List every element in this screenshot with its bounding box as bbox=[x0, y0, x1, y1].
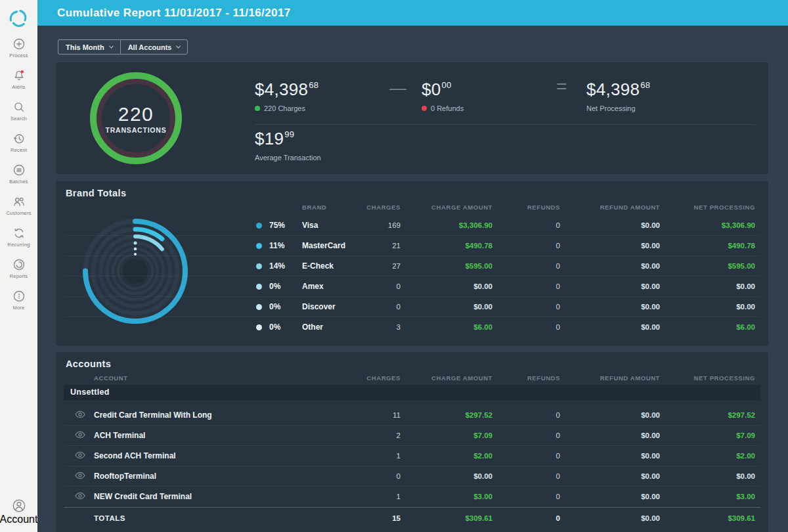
app-logo[interactable] bbox=[7, 7, 30, 30]
cell-refund-amount: $0.00 bbox=[641, 487, 660, 507]
sidebar-nav: Process Alerts Search Recent Batches Cus… bbox=[0, 37, 37, 321]
cell-refunds: 0 bbox=[556, 256, 560, 277]
period-filter-dropdown[interactable]: This Month bbox=[58, 39, 120, 55]
visibility-eye-icon[interactable] bbox=[74, 431, 85, 441]
account-name: RooftopTerminal bbox=[94, 466, 156, 487]
cell-charges: 0 bbox=[397, 466, 401, 487]
brand-percent: 11% bbox=[269, 236, 284, 256]
cell-refunds: 0 bbox=[556, 466, 560, 487]
cell-charge-amount: $309.61 bbox=[465, 507, 492, 530]
col-header-charges: CHARGES bbox=[366, 374, 401, 382]
sidebar-item-label: Customers bbox=[6, 210, 31, 216]
cell-charges: 11 bbox=[393, 405, 401, 426]
brand-name: E-Check bbox=[302, 256, 334, 277]
account-row: RooftopTerminal 0 $0.00 0 $0.00 $0.00 bbox=[56, 466, 768, 487]
page-title: Cumulative Report 11/01/2017 - 11/16/201… bbox=[37, 0, 788, 26]
cell-refund-amount: $0.00 bbox=[641, 215, 660, 236]
search-icon bbox=[12, 100, 26, 114]
visibility-eye-icon[interactable] bbox=[74, 492, 85, 502]
brand-name: Discover bbox=[302, 297, 336, 317]
visibility-eye-icon[interactable] bbox=[74, 472, 85, 481]
col-header-charge-amount: CHARGE AMOUNT bbox=[431, 204, 492, 211]
col-header-charges: CHARGES bbox=[366, 204, 401, 211]
cell-refunds: 0 bbox=[556, 236, 560, 256]
cell-refunds: 0 bbox=[556, 426, 560, 446]
sidebar-item-label: Account bbox=[0, 514, 37, 525]
donut-center-label: 220 TRANSACTIONS bbox=[87, 69, 185, 167]
period-filter-value: This Month bbox=[66, 43, 104, 51]
sidebar-item-batches[interactable]: Batches bbox=[0, 163, 37, 185]
cell-net-processing: $2.00 bbox=[736, 446, 755, 466]
col-header-refund-amount: REFUND AMOUNT bbox=[600, 204, 660, 211]
cell-net-processing: $7.09 bbox=[736, 426, 755, 446]
average-amount: $1999 bbox=[255, 129, 321, 149]
accounts-filter-value: All Accounts bbox=[128, 43, 172, 51]
summary-divider bbox=[255, 124, 755, 125]
sidebar-item-recent[interactable]: Recent bbox=[0, 131, 37, 153]
accounts-table-body: Credit Card Terminal With Long 11 $297.5… bbox=[56, 405, 768, 507]
charges-total-block: $4,39868 220 Charges bbox=[255, 79, 318, 112]
sidebar-item-alerts[interactable]: Alerts bbox=[0, 68, 37, 90]
cell-charges: 0 bbox=[397, 277, 401, 297]
cell-net-processing: $595.00 bbox=[728, 256, 755, 277]
brand-percent: 14% bbox=[269, 256, 285, 277]
sidebar-item-account[interactable]: Account bbox=[0, 498, 37, 525]
brand-table-body: 75% Visa 169 $3,306.90 0 $0.00 $3,306.90… bbox=[56, 215, 768, 338]
chevron-down-icon bbox=[109, 44, 114, 49]
group-header-unsettled: Unsettled bbox=[64, 385, 760, 400]
col-header-net-processing: NET PROCESSING bbox=[694, 374, 755, 382]
cell-charge-amount: $3.00 bbox=[473, 487, 492, 507]
main-content: This Month All Accounts 220 TRANSACTIONS bbox=[37, 26, 788, 532]
refunds-amount: $000 bbox=[422, 79, 464, 100]
visibility-eye-icon[interactable] bbox=[74, 410, 85, 420]
sidebar-item-more[interactable]: More bbox=[0, 289, 37, 311]
account-row: Credit Card Terminal With Long 11 $297.5… bbox=[56, 405, 768, 426]
cell-charge-amount: $297.52 bbox=[465, 405, 492, 426]
sidebar-item-search[interactable]: Search bbox=[0, 100, 37, 122]
sidebar-item-recurring[interactable]: Recurring bbox=[0, 226, 37, 248]
cell-refund-amount: $0.00 bbox=[641, 466, 660, 487]
cell-charge-amount: $6.00 bbox=[473, 317, 492, 338]
brand-row-amex: 0% Amex 0 $0.00 0 $0.00 $0.00 bbox=[56, 277, 768, 297]
account-row: Second ACH Terminal 1 $2.00 0 $0.00 $2.0… bbox=[56, 446, 768, 466]
cell-refund-amount: $0.00 bbox=[641, 446, 660, 466]
plus-circle-icon bbox=[12, 37, 26, 51]
transactions-count: 220 bbox=[118, 103, 154, 125]
green-dot-icon bbox=[255, 106, 260, 111]
accounts-filter-dropdown[interactable]: All Accounts bbox=[120, 39, 188, 55]
cell-net-processing: $297.52 bbox=[728, 405, 755, 426]
account-row: ACH Terminal 2 $7.09 0 $0.00 $7.09 bbox=[56, 426, 768, 446]
cell-refund-amount: $0.00 bbox=[641, 507, 660, 530]
sidebar-item-process[interactable]: Process bbox=[0, 37, 37, 58]
cell-charge-amount: $595.00 bbox=[465, 256, 492, 277]
cell-refunds: 0 bbox=[556, 215, 560, 236]
sidebar-item-label: Reports bbox=[10, 273, 28, 279]
recurring-refresh-icon bbox=[12, 226, 26, 240]
account-person-icon bbox=[11, 498, 27, 514]
history-clock-icon bbox=[12, 131, 26, 146]
cell-refunds: 0 bbox=[556, 446, 560, 466]
more-ellipsis-icon bbox=[12, 289, 26, 303]
cell-charges: 1 bbox=[397, 446, 401, 466]
cell-charge-amount: $490.78 bbox=[465, 236, 492, 256]
brand-totals-title: Brand Totals bbox=[66, 188, 126, 198]
col-header-refunds: REFUNDS bbox=[527, 374, 560, 382]
cell-charges: 0 bbox=[397, 297, 401, 317]
visibility-eye-icon[interactable] bbox=[74, 451, 85, 461]
sidebar-item-reports[interactable]: Reports bbox=[0, 257, 37, 279]
cell-refund-amount: $0.00 bbox=[641, 405, 660, 426]
brand-percent: 75% bbox=[269, 215, 285, 236]
sidebar-item-label: Batches bbox=[9, 179, 28, 185]
sidebar-item-label: Process bbox=[9, 53, 28, 58]
cell-charges: 27 bbox=[392, 256, 401, 277]
totals-row: TOTALS 15 $309.61 0 $0.00 $309.61 bbox=[56, 507, 768, 530]
sidebar-item-label: Recurring bbox=[7, 242, 30, 248]
sidebar-item-customers[interactable]: Customers bbox=[0, 194, 37, 216]
cell-refunds: 0 bbox=[556, 487, 560, 507]
cell-net-processing: $490.78 bbox=[728, 236, 755, 256]
totals-label: TOTALS bbox=[94, 507, 125, 530]
brand-dot-icon bbox=[256, 284, 262, 290]
brand-dot-icon bbox=[256, 263, 262, 269]
cell-refund-amount: $0.00 bbox=[641, 256, 660, 277]
col-header-account: ACCOUNT bbox=[94, 374, 128, 382]
